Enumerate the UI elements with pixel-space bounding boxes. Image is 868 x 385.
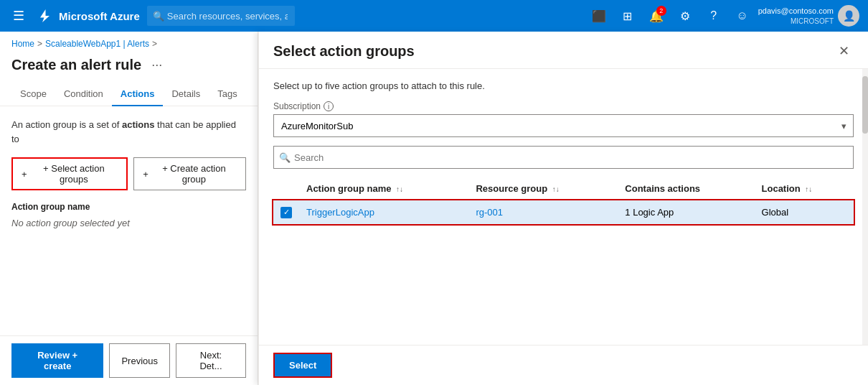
review-create-button[interactable]: Review + create — [11, 343, 103, 378]
action-groups-table: Action group name ↑↓ Resource group ↑↓ C… — [273, 177, 854, 225]
tab-scope[interactable]: Scope — [11, 83, 55, 106]
panel-search-input[interactable] — [273, 146, 854, 169]
checkbox-checked-icon[interactable]: ✓ — [280, 207, 292, 218]
next-label: Next: Det... — [199, 350, 222, 371]
panel-title: Select action groups — [273, 43, 415, 60]
settings-icon[interactable]: ⚙ — [672, 3, 698, 29]
close-button[interactable]: ✕ — [834, 43, 854, 59]
hamburger-icon[interactable]: ☰ — [9, 5, 29, 27]
sort-icon-location[interactable]: ↑↓ — [805, 185, 812, 193]
tab-tags[interactable]: Tags — [209, 83, 245, 106]
page-title-row: Create an alert rule ··· — [0, 53, 258, 83]
plus-icon-create: + — [143, 169, 148, 180]
directory-icon[interactable]: ⊞ — [615, 3, 641, 29]
create-action-group-label: + Create action group — [151, 163, 237, 185]
select-action-groups-button[interactable]: + + Select action groups — [11, 157, 128, 190]
right-panel: Select action groups ✕ Select up to five… — [258, 32, 868, 385]
tab-actions[interactable]: Actions — [112, 83, 164, 106]
scrollbar[interactable] — [862, 69, 868, 345]
subscription-dropdown-wrapper: AzureMonitorSub — [273, 114, 854, 137]
left-panel-body: An action group is a set of actions that… — [0, 106, 258, 335]
subscription-dropdown[interactable]: AzureMonitorSub — [273, 114, 854, 137]
breadcrumb-app[interactable]: ScaleableWebApp1 | Alerts — [45, 39, 149, 49]
nav-icons: ⬛ ⊞ 🔔 2 ⚙ ? ☺ pdavis@contoso.com MICROSO… — [586, 3, 859, 29]
select-button-label: Select — [289, 360, 316, 371]
azure-logo: Microsoft Azure — [36, 7, 140, 24]
resource-group-link[interactable]: rg-001 — [476, 207, 503, 218]
feedback-icon[interactable]: ☺ — [730, 3, 755, 29]
page-title: Create an alert rule — [11, 57, 141, 73]
plus-icon-select: + — [22, 169, 27, 180]
col-checkbox — [273, 177, 299, 200]
panel-footer: Select — [259, 345, 868, 385]
previous-label: Previous — [121, 356, 158, 366]
table-body: ✓ TriggerLogicApp rg-001 1 Logic App Glo… — [273, 200, 854, 225]
review-create-label: Review + create — [37, 350, 77, 371]
previous-button[interactable]: Previous — [109, 343, 170, 378]
tab-condition[interactable]: Condition — [55, 83, 112, 106]
cloud-shell-icon[interactable]: ⬛ — [586, 3, 612, 29]
table-row[interactable]: ✓ TriggerLogicApp rg-001 1 Logic App Glo… — [273, 200, 854, 225]
action-group-name-label: Action group name — [11, 202, 246, 212]
user-email: pdavis@contoso.com — [758, 6, 834, 16]
ellipsis-menu-icon[interactable]: ··· — [147, 56, 166, 74]
col-resource-group: Resource group ↑↓ — [468, 177, 618, 200]
help-icon[interactable]: ? — [701, 3, 727, 29]
create-action-group-button[interactable]: + + Create action group — [133, 157, 246, 190]
action-buttons: + + Select action groups + + Create acti… — [11, 157, 246, 190]
col-action-group-name: Action group name ↑↓ — [299, 177, 468, 200]
no-action-group-text: No action group selected yet — [11, 218, 246, 228]
bottom-bar: Review + create Previous Next: Det... — [0, 335, 258, 385]
col-contains-actions: Contains actions — [618, 177, 754, 200]
row-contains-actions-cell: 1 Logic App — [618, 200, 754, 225]
panel-header: Select action groups ✕ — [259, 32, 868, 69]
select-button[interactable]: Select — [273, 353, 332, 378]
subscription-row: Subscription i AzureMonitorSub — [273, 101, 854, 137]
left-panel: Home > ScaleableWebApp1 | Alerts > Creat… — [0, 32, 258, 385]
breadcrumb: Home > ScaleableWebApp1 | Alerts > — [0, 32, 258, 53]
main-content: Home > ScaleableWebApp1 | Alerts > Creat… — [0, 32, 868, 385]
row-resource-group-cell: rg-001 — [468, 200, 618, 225]
user-tenant: MICROSOFT — [758, 17, 834, 26]
row-name-cell: TriggerLogicApp — [299, 200, 468, 225]
search-icon: 🔍 — [153, 11, 164, 22]
panel-description: Select up to five action groups to attac… — [273, 80, 854, 91]
row-checkbox-cell[interactable]: ✓ — [273, 200, 299, 225]
subscription-label: Subscription i — [273, 101, 854, 111]
panel-body: Select up to five action groups to attac… — [259, 69, 868, 345]
sort-icon-resource[interactable]: ↑↓ — [552, 185, 560, 193]
table-header: Action group name ↑↓ Resource group ↑↓ C… — [273, 177, 854, 200]
global-search-input[interactable] — [147, 6, 295, 26]
action-group-name-link[interactable]: TriggerLogicApp — [306, 207, 374, 218]
avatar[interactable]: 👤 — [838, 5, 859, 27]
subscription-info-icon[interactable]: i — [324, 101, 334, 111]
breadcrumb-sep2: > — [152, 39, 157, 49]
tabs: Scope Condition Actions Details Tags — [0, 83, 258, 106]
user-profile[interactable]: pdavis@contoso.com MICROSOFT 👤 — [758, 5, 859, 27]
search-icon-panel: 🔍 — [279, 152, 291, 163]
logo-text: Microsoft Azure — [59, 10, 140, 22]
search-row: 🔍 — [273, 146, 854, 169]
scrollbar-thumb[interactable] — [862, 76, 868, 134]
search-wrapper: 🔍 — [147, 6, 295, 26]
col-location: Location ↑↓ — [755, 177, 854, 200]
notifications-icon[interactable]: 🔔 2 — [643, 3, 669, 29]
select-action-groups-label: + Select action groups — [30, 163, 118, 185]
row-location-cell: Global — [755, 200, 854, 225]
next-button[interactable]: Next: Det... — [176, 343, 246, 378]
notification-badge: 2 — [656, 6, 666, 16]
breadcrumb-home[interactable]: Home — [11, 39, 34, 49]
top-navigation: ☰ Microsoft Azure 🔍 ⬛ ⊞ 🔔 2 ⚙ ? ☺ pdavis… — [0, 0, 868, 32]
sort-icon-name[interactable]: ↑↓ — [396, 185, 403, 193]
breadcrumb-sep1: > — [37, 39, 42, 49]
action-description: An action group is a set of actions that… — [11, 118, 246, 146]
tab-details[interactable]: Details — [163, 83, 209, 106]
